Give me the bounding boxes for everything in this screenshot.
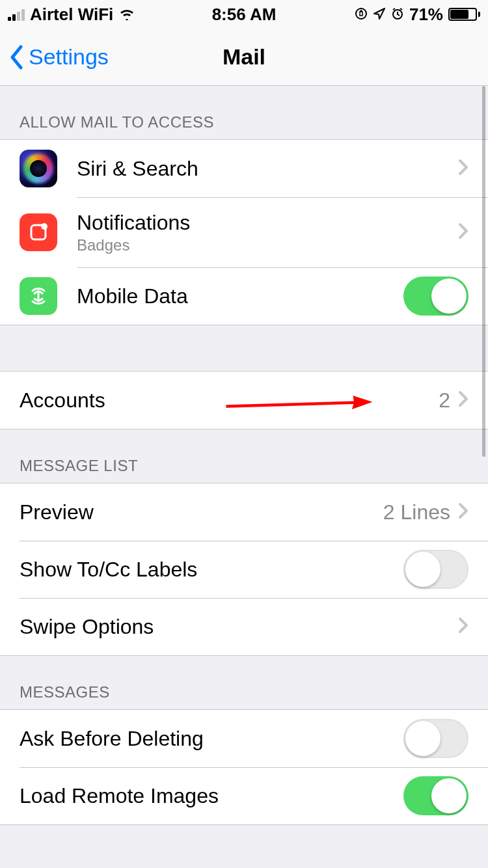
row-siri-search[interactable]: Siri & Search xyxy=(0,140,488,197)
status-bar: Airtel WiFi 8:56 AM 71% xyxy=(0,0,488,29)
row-sublabel: Badges xyxy=(77,236,458,254)
orientation-lock-icon xyxy=(355,5,368,25)
battery-icon xyxy=(448,8,480,21)
location-icon xyxy=(373,5,386,25)
chevron-right-icon xyxy=(458,617,468,636)
accounts-count: 2 xyxy=(439,388,450,413)
carrier-label: Airtel WiFi xyxy=(30,5,113,25)
row-label: Notifications xyxy=(77,211,458,235)
load-remote-images-toggle[interactable] xyxy=(403,776,468,815)
chevron-right-icon xyxy=(458,390,468,410)
battery-pct: 71% xyxy=(409,5,443,25)
chevron-right-icon xyxy=(458,502,468,522)
svg-point-3 xyxy=(41,223,47,230)
show-tocc-toggle[interactable] xyxy=(403,550,468,589)
row-label: Load Remote Images xyxy=(20,784,403,808)
row-label: Preview xyxy=(20,500,383,524)
siri-icon xyxy=(20,150,57,187)
row-accounts[interactable]: Accounts 2 xyxy=(0,372,488,429)
mobile-data-icon xyxy=(20,277,57,315)
section-header-message-list: MESSAGE LIST xyxy=(0,429,488,483)
row-label: Show To/Cc Labels xyxy=(20,558,403,582)
row-swipe-options[interactable]: Swipe Options xyxy=(0,598,488,655)
chevron-left-icon xyxy=(9,45,23,70)
row-label: Siri & Search xyxy=(77,157,458,181)
row-load-remote-images: Load Remote Images xyxy=(0,767,488,824)
back-label: Settings xyxy=(29,44,109,70)
page-title: Mail xyxy=(223,44,265,70)
nav-bar: Settings Mail xyxy=(0,29,488,86)
row-ask-before-deleting: Ask Before Deleting xyxy=(0,710,488,767)
cellular-signal-icon xyxy=(8,8,25,21)
row-mobile-data: Mobile Data xyxy=(0,267,488,325)
row-notifications[interactable]: Notifications Badges xyxy=(0,197,488,267)
section-header-messages: MESSAGES xyxy=(0,656,488,709)
chevron-right-icon xyxy=(458,223,468,242)
row-preview[interactable]: Preview 2 Lines xyxy=(0,483,488,541)
wifi-icon xyxy=(118,5,135,25)
row-label: Swipe Options xyxy=(20,615,458,639)
preview-value: 2 Lines xyxy=(383,500,450,524)
mobile-data-toggle[interactable] xyxy=(403,277,468,316)
alarm-icon xyxy=(391,5,404,25)
ask-before-deleting-toggle[interactable] xyxy=(403,719,468,758)
settings-content[interactable]: ALLOW MAIL TO ACCESS Siri & Search Notif… xyxy=(0,86,488,868)
chevron-right-icon xyxy=(458,159,468,178)
row-label: Accounts xyxy=(20,388,439,413)
row-label: Ask Before Deleting xyxy=(20,727,403,751)
scroll-indicator xyxy=(482,86,485,457)
section-header-access: ALLOW MAIL TO ACCESS xyxy=(0,86,488,139)
row-label: Mobile Data xyxy=(77,284,403,308)
back-button[interactable]: Settings xyxy=(0,44,109,70)
notifications-icon xyxy=(20,213,57,251)
status-time: 8:56 AM xyxy=(212,5,277,25)
row-show-tocc: Show To/Cc Labels xyxy=(0,541,488,598)
